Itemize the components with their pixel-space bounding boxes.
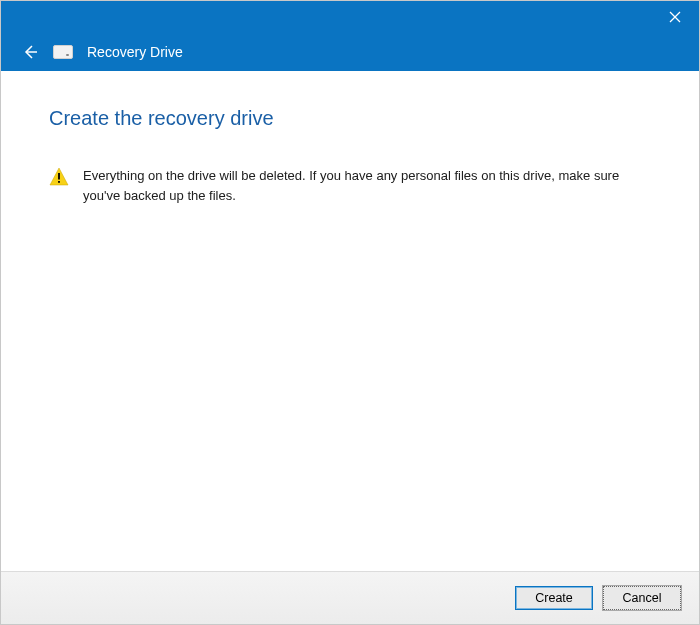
page-heading: Create the recovery drive xyxy=(49,107,651,130)
footer: Create Cancel xyxy=(1,571,699,624)
warning-text: Everything on the drive will be deleted.… xyxy=(83,166,623,205)
close-button[interactable] xyxy=(651,1,699,33)
warning-row: Everything on the drive will be deleted.… xyxy=(49,166,651,205)
warning-icon xyxy=(49,167,69,187)
recovery-drive-wizard: Recovery Drive Create the recovery drive… xyxy=(0,0,700,625)
svg-rect-4 xyxy=(58,173,60,180)
back-arrow-icon xyxy=(22,44,38,60)
cancel-button[interactable]: Cancel xyxy=(603,586,681,610)
svg-rect-5 xyxy=(58,181,60,183)
back-button[interactable] xyxy=(21,43,39,61)
titlebar: Recovery Drive xyxy=(1,1,699,71)
drive-icon xyxy=(53,45,73,59)
close-icon xyxy=(669,11,681,23)
window-title: Recovery Drive xyxy=(87,44,183,60)
titlebar-inner: Recovery Drive xyxy=(21,43,183,61)
create-button[interactable]: Create xyxy=(515,586,593,610)
content-area: Create the recovery drive Everything on … xyxy=(1,71,699,571)
